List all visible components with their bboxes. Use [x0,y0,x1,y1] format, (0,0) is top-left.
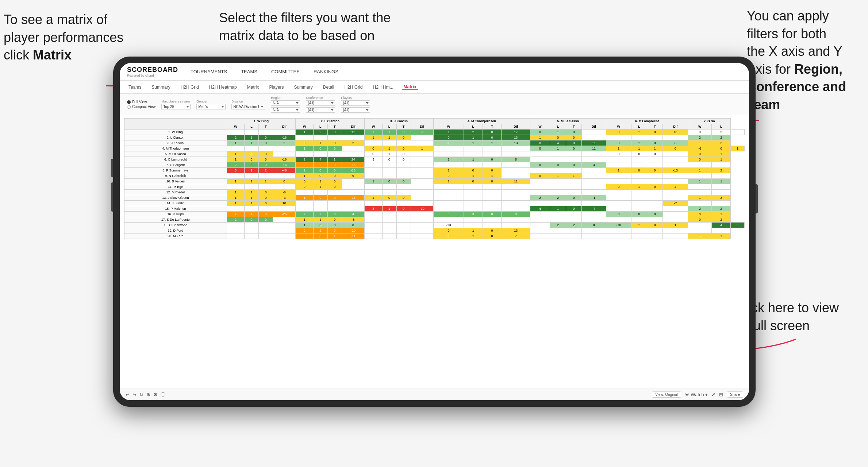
header-w-ding: 1. W Ding [227,119,296,124]
subnav-h2h-grid2[interactable]: H2H Grid [343,85,364,90]
matrix-cell: 1 [483,173,502,179]
watch-icon[interactable]: 👁 Watch ▾ [685,392,708,397]
matrix-cell: 0 [327,146,342,151]
division-select[interactable]: NCAA Division I [231,104,265,109]
matrix-cell [296,206,313,212]
matrix-cell: 1 [550,173,566,179]
gender-select[interactable]: Men's [196,104,226,109]
expand-icon[interactable]: ⤢ [711,392,715,397]
matrix-cell: 0 [382,157,396,162]
players-select[interactable]: (All) [341,100,370,106]
refresh-icon[interactable]: ↻ [139,392,143,397]
matrix-cell [396,212,411,217]
nav-committee[interactable]: COMMITTEE [270,69,301,74]
region-select2[interactable]: N/A [271,107,300,113]
matrix-cell [582,190,606,195]
matrix-cell [382,234,396,239]
row-name-cell: 1. W Ding [124,130,227,135]
max-players-select[interactable]: Top 25 [161,104,191,109]
compact-view-label[interactable]: Compact View [127,105,155,109]
matrix-cell [259,223,273,228]
matrix-cell [712,201,731,206]
subnav-teams[interactable]: Teams [127,85,143,90]
subnav-matrix[interactable]: Matrix [246,85,261,90]
matrix-cell: 1 [227,140,244,146]
table-row: 9. N Gabrelcik1009011011 [124,173,745,179]
annotation-top-center: Select the filters you want the matrix d… [219,9,391,45]
matrix-cell [433,151,464,157]
matrix-cell: 0 [566,130,582,135]
matrix-cell: 3 [464,212,483,217]
settings-icon[interactable]: ⚙ [153,392,158,397]
matrix-cell: -2 [411,130,433,135]
nav-teams[interactable]: TEAMS [239,69,259,74]
matrix-cell: 1 [245,190,259,195]
nav-rankings[interactable]: RANKINGS [312,69,340,74]
matrix-cell [502,223,530,228]
matrix-cell: 6 [502,157,530,162]
matrix-cell [259,228,273,234]
subnav-matrix-active[interactable]: Matrix [402,84,418,90]
subnav-summary[interactable]: Summary [150,85,172,90]
zoom-icon[interactable]: ⊕ [146,392,150,397]
matrix-cell [712,162,731,168]
matrix-cell [382,228,396,234]
conference-select2[interactable]: (All) [306,107,335,113]
matrix-cell: 0 [647,184,662,190]
full-view-label[interactable]: Full View [127,100,155,104]
matrix-cell [566,157,582,162]
matrix-cell: 1 [313,140,327,146]
undo-icon[interactable]: ↩ [126,392,130,397]
matrix-cell [483,201,502,206]
view-original-button[interactable]: View: Original [652,391,681,398]
info-icon[interactable]: ⓘ [161,391,165,398]
matrix-cell: 0 [382,195,396,201]
matrix-cell: 0 [631,168,647,173]
share-button[interactable]: Share [727,391,743,398]
matrix-cell: 13 [502,135,530,140]
matrix-cell [606,173,631,179]
subnav-summary2[interactable]: Summary [292,85,314,90]
conference-select[interactable]: (All) [306,100,335,106]
table-row: 14. J Lundin11010-7 [124,201,745,206]
matrix-cell: 0 [433,135,464,140]
matrix-cell [365,212,382,217]
toolbar-left: ↩ ↪ ↻ ⊕ ⚙ ⓘ [126,391,165,398]
subnav-h2h-heatmap[interactable]: H2H Heatmap [208,85,238,90]
matrix-cell [582,173,606,179]
grid-icon[interactable]: ⊞ [719,392,723,397]
matrix-cell: 1 [712,179,731,184]
conference-filter: Conference (All) (All) [306,96,335,113]
col-dif3: Dif [411,124,433,130]
nav-tournaments[interactable]: TOURNAMENTS [189,69,228,74]
matrix-cell: -3 [273,195,296,201]
matrix-cell: 0 [313,168,327,173]
players-filter: Players (All) (All) [341,96,370,113]
matrix-cell [530,157,550,162]
subnav-h2h-grid[interactable]: H2H Grid [179,85,200,90]
subnav-players[interactable]: Players [268,85,285,90]
matrix-cell: 2 [259,168,273,173]
header-blank [124,119,227,124]
matrix-cell [411,135,433,140]
players-select2[interactable]: (All) [341,107,370,113]
region-select[interactable]: N/A [271,100,300,106]
matrix-cell [411,173,433,179]
matrix-cell: 1 [712,234,731,239]
matrix-cell: 1 [313,184,327,190]
matrix-cell: 0 [688,217,712,223]
redo-icon[interactable]: ↪ [132,392,137,397]
matrix-cell: 0 [327,223,342,228]
col-dif1: Dif [273,124,296,130]
matrix-cell: 1 [245,135,259,140]
subnav-detail[interactable]: Detail [322,85,336,90]
full-view-radio[interactable] [127,100,131,104]
header-blank2 [124,124,227,130]
matrix-cell [663,195,688,201]
subnav-h2h-hm[interactable]: H2H Hm... [371,85,395,90]
matrix-cell: 0 [259,151,273,157]
matrix-cell: 0 [483,130,502,135]
compact-view-radio[interactable] [127,105,131,109]
matrix-cell: 2 [296,228,313,234]
matrix-cell [502,184,530,190]
